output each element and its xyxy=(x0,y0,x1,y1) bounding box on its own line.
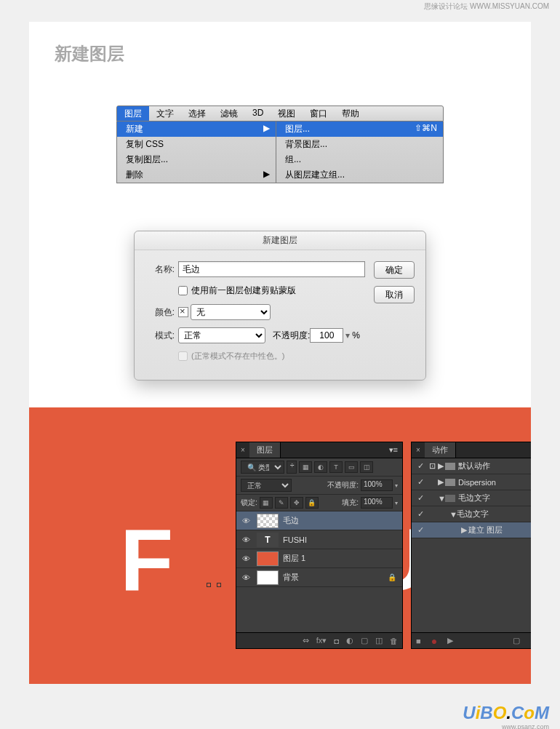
fx-icon[interactable]: fx▾ xyxy=(316,636,327,645)
actions-tab[interactable]: 动作 xyxy=(425,442,456,458)
clip-checkbox[interactable] xyxy=(178,286,188,295)
lock-transparency-icon[interactable]: ▦ xyxy=(260,497,273,509)
check-icon[interactable]: ✓ xyxy=(415,493,426,503)
menu-text[interactable]: 文字 xyxy=(149,106,181,121)
panel-close-icon[interactable]: × xyxy=(236,446,249,454)
trash-icon[interactable]: 🗑 xyxy=(390,637,398,645)
layer-row[interactable]: 👁 T FUSHI xyxy=(236,530,402,549)
color-select[interactable]: 无 xyxy=(191,304,271,320)
action-row[interactable]: ✓⊡ ▶ 默认动作 xyxy=(412,458,531,474)
menu-layer[interactable]: 图层 xyxy=(117,106,149,121)
fill-value[interactable]: 100% xyxy=(361,497,393,509)
neutral-checkbox xyxy=(178,351,188,361)
clip-label: 使用前一图层创建剪贴蒙版 xyxy=(191,284,296,297)
stop-icon[interactable]: ■ xyxy=(416,637,421,645)
layer-thumb-orange xyxy=(257,551,279,566)
filter-adjust-icon[interactable]: ◐ xyxy=(314,461,327,473)
action-row[interactable]: ✓ ▶ 建立 图层 xyxy=(412,522,531,538)
check-icon[interactable]: ✓ xyxy=(415,509,426,519)
blend-mode-select[interactable]: 正常 xyxy=(241,479,292,492)
play-icon[interactable]: ▶ xyxy=(447,636,453,645)
menu-window[interactable]: 窗口 xyxy=(303,106,335,121)
lock-all-icon[interactable]: 🔒 xyxy=(305,497,319,509)
mask-icon[interactable]: ◘ xyxy=(334,637,339,645)
action-row[interactable]: ✓ ▼ 毛边文字 xyxy=(412,506,531,522)
layer-thumb-checker xyxy=(257,514,279,528)
adjustment-icon[interactable]: ◐ xyxy=(346,636,353,645)
menubar: 图层 文字 选择 滤镜 3D 视图 窗口 帮助 xyxy=(116,105,444,122)
submenu-duplicate[interactable]: 复制图层... xyxy=(117,152,276,167)
layer-list: 👁 毛边 👁 T FUSHI 👁 图层 1 👁 背景 🔒 xyxy=(236,511,402,587)
kind-dropdown-icon[interactable]: ÷ xyxy=(287,461,297,474)
submenu-bg-layer[interactable]: 背景图层... xyxy=(276,137,443,152)
layer-name: 毛边 xyxy=(283,515,299,526)
visibility-icon[interactable]: 👁 xyxy=(239,517,252,525)
check-icon[interactable]: ✓ xyxy=(415,525,426,535)
menu-filter[interactable]: 滤镜 xyxy=(213,106,245,121)
menu-3d[interactable]: 3D xyxy=(245,106,271,121)
layer-thumb-text: T xyxy=(257,533,279,547)
ok-button[interactable]: 确定 xyxy=(374,261,415,279)
new-layer-icon[interactable]: ◫ xyxy=(375,636,383,645)
bottom-orange-section: F U × 图层 ▾≡ 🔍 类型 ÷ ▦ ◐ T ▭ ◫ 正常 不透明度: 10… xyxy=(29,407,531,684)
submenu-new[interactable]: 新建▶ xyxy=(117,122,276,137)
check-icon[interactable]: ✓ xyxy=(415,477,426,487)
layers-panel: × 图层 ▾≡ 🔍 类型 ÷ ▦ ◐ T ▭ ◫ 正常 不透明度: 100% ▾… xyxy=(236,442,403,649)
submenu-left: 新建▶ 复制 CSS 复制图层... 删除▶ xyxy=(116,122,276,183)
layers-tab[interactable]: 图层 xyxy=(249,442,281,458)
filter-type-icon[interactable]: T xyxy=(329,461,343,473)
submenu-layer-item[interactable]: 图层...⇧⌘N xyxy=(276,122,443,137)
opacity-value-panel[interactable]: 100% xyxy=(361,479,393,491)
new-action-icon[interactable]: ◫ xyxy=(530,636,531,645)
neutral-note: (正常模式不存在中性色。) xyxy=(191,351,284,362)
menu-area: 图层 文字 选择 滤镜 3D 视图 窗口 帮助 新建▶ 复制 CSS 复制图层.… xyxy=(116,105,444,183)
logo-sub: www.psanz.com xyxy=(502,723,549,729)
action-row[interactable]: ✓ ▼ 毛边文字 xyxy=(412,490,531,506)
layer-row[interactable]: 👁 图层 1 xyxy=(236,549,402,568)
filter-kind-select[interactable]: 🔍 类型 xyxy=(241,461,284,474)
name-input[interactable] xyxy=(178,261,365,277)
lock-label: 锁定: xyxy=(241,498,257,508)
folder-open-icon xyxy=(445,495,455,502)
check-icon[interactable]: ✓ xyxy=(415,461,426,471)
filter-shape-icon[interactable]: ▭ xyxy=(345,461,358,473)
color-label: 颜色: xyxy=(145,306,175,319)
filter-smart-icon[interactable]: ◫ xyxy=(360,461,373,473)
action-row[interactable]: ✓ ▶ Dispersion xyxy=(412,474,531,490)
opacity-label-panel: 不透明度: xyxy=(327,480,359,490)
visibility-icon[interactable]: 👁 xyxy=(239,554,252,563)
submenu-copy-css[interactable]: 复制 CSS xyxy=(117,137,276,152)
color-swatch-none xyxy=(178,307,188,317)
opacity-arrow-icon[interactable]: ▾ xyxy=(343,330,352,340)
menu-select[interactable]: 选择 xyxy=(181,106,213,121)
mode-select[interactable]: 正常 xyxy=(178,327,265,343)
visibility-icon[interactable]: 👁 xyxy=(239,535,252,544)
layer-name: FUSHI xyxy=(283,535,307,544)
submenu-group[interactable]: 组... xyxy=(276,152,443,167)
section-title: 新建图层 xyxy=(55,42,531,65)
submenu-delete[interactable]: 删除▶ xyxy=(117,167,276,183)
submenu-group-from-layers[interactable]: 从图层建立组... xyxy=(276,167,443,183)
menu-view[interactable]: 视图 xyxy=(271,106,303,121)
layer-row[interactable]: 👁 毛边 xyxy=(236,511,402,530)
new-set-icon[interactable]: ▢ xyxy=(513,636,520,645)
dialog-toggle-icon[interactable]: ⊡ xyxy=(426,461,438,471)
cancel-button[interactable]: 取消 xyxy=(374,286,415,303)
opacity-input[interactable] xyxy=(310,328,343,343)
panel-menu-icon[interactable]: ▾≡ xyxy=(385,445,402,455)
panel-close-icon[interactable]: × xyxy=(412,446,425,454)
visibility-icon[interactable]: 👁 xyxy=(239,573,252,582)
actions-panel: × 动作 ▾≡ ✓⊡ ▶ 默认动作 ✓ ▶ Dispersion ✓ ▼ 毛边文… xyxy=(411,442,531,649)
layer-row[interactable]: 👁 背景 🔒 xyxy=(236,568,402,587)
top-white-section: 新建图层 图层 文字 选择 滤镜 3D 视图 窗口 帮助 新建▶ 复制 CSS … xyxy=(29,22,531,407)
filter-pixel-icon[interactable]: ▦ xyxy=(299,461,312,473)
group-icon[interactable]: ▢ xyxy=(361,636,368,645)
opacity-label: 不透明度: xyxy=(273,330,310,342)
link-icon[interactable]: ⇔ xyxy=(303,636,309,645)
lock-pixels-icon[interactable]: ✎ xyxy=(275,497,288,509)
lock-position-icon[interactable]: ✥ xyxy=(290,497,303,509)
menu-help[interactable]: 帮助 xyxy=(335,106,367,121)
record-icon[interactable]: ● xyxy=(431,635,437,647)
dialog-title: 新建图层 xyxy=(135,231,425,250)
folder-icon xyxy=(445,463,455,470)
